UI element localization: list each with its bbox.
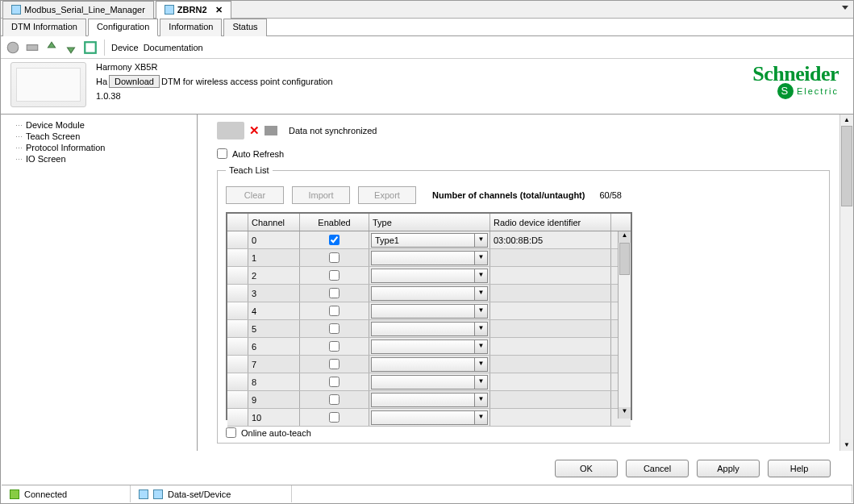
enabled-checkbox[interactable] xyxy=(329,341,340,352)
cell-type[interactable]: ▼ xyxy=(369,409,490,426)
row-header[interactable] xyxy=(227,320,248,337)
table-row[interactable]: 0Type1▼03:00:8B:D5 xyxy=(227,231,631,249)
clear-button[interactable]: Clear xyxy=(226,186,284,204)
col-type[interactable]: Type xyxy=(369,214,490,231)
disconnect-icon[interactable] xyxy=(25,40,40,55)
chevron-down-icon[interactable]: ▼ xyxy=(474,376,487,389)
cancel-button[interactable]: Cancel xyxy=(626,460,689,477)
enabled-checkbox[interactable] xyxy=(329,270,340,281)
subtab-information[interactable]: Information xyxy=(160,19,222,36)
sidebar-item-protocol-info[interactable]: Protocol Information xyxy=(7,142,190,153)
row-header[interactable] xyxy=(227,409,248,426)
cell-type[interactable]: ▼ xyxy=(369,285,490,302)
cell-enabled[interactable] xyxy=(300,285,369,302)
row-header[interactable] xyxy=(227,391,248,408)
cell-type[interactable]: ▼ xyxy=(369,338,490,355)
enabled-checkbox[interactable] xyxy=(329,394,340,405)
cell-enabled[interactable] xyxy=(300,302,369,319)
scroll-down-icon[interactable]: ▼ xyxy=(619,407,631,419)
cell-enabled[interactable] xyxy=(300,391,369,408)
cell-type[interactable]: ▼ xyxy=(369,356,490,373)
chevron-down-icon[interactable]: ▼ xyxy=(474,305,487,318)
table-row[interactable]: 3▼ xyxy=(227,285,631,302)
cell-enabled[interactable] xyxy=(300,409,369,426)
apply-button[interactable]: Apply xyxy=(697,460,760,477)
row-header[interactable] xyxy=(227,231,248,248)
grid-scrollbar[interactable]: ▲ ▼ xyxy=(618,231,631,419)
row-header[interactable] xyxy=(227,267,248,284)
chevron-down-icon[interactable]: ▼ xyxy=(474,323,487,335)
table-row[interactable]: 1▼ xyxy=(227,249,631,267)
import-button[interactable]: Import xyxy=(292,186,350,204)
row-header[interactable] xyxy=(227,249,248,266)
col-enabled[interactable]: Enabled xyxy=(300,214,369,231)
scroll-up-icon[interactable]: ▲ xyxy=(840,115,853,126)
table-row[interactable]: 6▼ xyxy=(227,338,631,356)
col-rdid[interactable]: Radio device identifier xyxy=(490,214,611,231)
enabled-checkbox[interactable] xyxy=(329,359,340,369)
cell-type[interactable]: ▼ xyxy=(369,373,490,390)
upload-icon[interactable] xyxy=(44,40,59,55)
cell-type[interactable]: ▼ xyxy=(369,249,490,266)
enabled-checkbox[interactable] xyxy=(329,377,340,387)
sidebar-item-device-module[interactable]: Device Module xyxy=(7,119,190,131)
connect-icon[interactable] xyxy=(6,40,20,55)
enabled-checkbox[interactable] xyxy=(329,235,340,245)
table-row[interactable]: 2▼ xyxy=(227,267,631,285)
chevron-down-icon[interactable]: ▼ xyxy=(474,340,487,353)
chevron-down-icon[interactable] xyxy=(842,6,848,10)
menu-device[interactable]: Device xyxy=(111,43,139,52)
scroll-thumb[interactable] xyxy=(841,126,852,206)
table-row[interactable]: 4▼ xyxy=(227,302,631,320)
table-row[interactable]: 9▼ xyxy=(227,391,631,409)
cell-enabled[interactable] xyxy=(300,231,369,248)
cell-type[interactable]: ▼ xyxy=(369,267,490,284)
sidebar-item-io-screen[interactable]: IO Screen xyxy=(7,153,190,165)
chevron-down-icon[interactable]: ▼ xyxy=(474,252,487,264)
ref-icon[interactable] xyxy=(83,40,98,55)
cell-enabled[interactable] xyxy=(300,249,369,266)
online-autoteach-checkbox[interactable] xyxy=(226,427,236,438)
row-header[interactable] xyxy=(227,373,248,390)
cell-type[interactable]: ▼ xyxy=(369,320,490,337)
enabled-checkbox[interactable] xyxy=(329,323,340,334)
scroll-down-icon[interactable]: ▼ xyxy=(840,439,853,451)
main-scrollbar[interactable]: ▲ ▼ xyxy=(839,115,853,451)
table-row[interactable]: 8▼ xyxy=(227,373,631,391)
export-button[interactable]: Export xyxy=(358,186,416,204)
cell-type[interactable]: ▼ xyxy=(369,302,490,319)
chevron-down-icon[interactable]: ▼ xyxy=(474,411,487,424)
cell-enabled[interactable] xyxy=(300,320,369,337)
chevron-down-icon[interactable]: ▼ xyxy=(474,234,487,247)
menu-documentation[interactable]: Documentation xyxy=(144,43,203,52)
cell-type[interactable]: Type1▼ xyxy=(369,231,490,248)
close-icon[interactable]: ✕ xyxy=(215,5,223,15)
auto-refresh-checkbox[interactable] xyxy=(217,148,227,159)
chevron-down-icon[interactable]: ▼ xyxy=(474,394,487,406)
table-row[interactable]: 7▼ xyxy=(227,356,631,373)
subtab-configuration[interactable]: Configuration xyxy=(88,19,158,36)
col-channel[interactable]: Channel xyxy=(248,214,300,231)
row-header[interactable] xyxy=(227,285,248,302)
table-row[interactable]: 10▼ xyxy=(227,409,631,427)
cell-type[interactable]: ▼ xyxy=(369,391,490,408)
table-row[interactable]: 5▼ xyxy=(227,320,631,338)
cell-enabled[interactable] xyxy=(300,373,369,390)
row-header[interactable] xyxy=(227,356,248,373)
subtab-status[interactable]: Status xyxy=(223,19,266,36)
cell-enabled[interactable] xyxy=(300,267,369,284)
ok-button[interactable]: OK xyxy=(555,460,618,477)
chevron-down-icon[interactable]: ▼ xyxy=(474,358,487,371)
enabled-checkbox[interactable] xyxy=(329,412,340,423)
row-header[interactable] xyxy=(227,338,248,355)
download-button[interactable]: Download xyxy=(109,75,160,88)
tab-zbrn2[interactable]: ZBRN2 ✕ xyxy=(156,1,231,19)
scroll-up-icon[interactable]: ▲ xyxy=(619,231,631,243)
tab-modbus[interactable]: Modbus_Serial_Line_Manager xyxy=(2,1,154,19)
help-button[interactable]: Help xyxy=(768,460,831,477)
chevron-down-icon[interactable]: ▼ xyxy=(474,269,487,282)
sidebar-item-teach-screen[interactable]: Teach Screen xyxy=(7,131,190,142)
enabled-checkbox[interactable] xyxy=(329,306,340,316)
enabled-checkbox[interactable] xyxy=(329,252,340,263)
row-header[interactable] xyxy=(227,302,248,319)
